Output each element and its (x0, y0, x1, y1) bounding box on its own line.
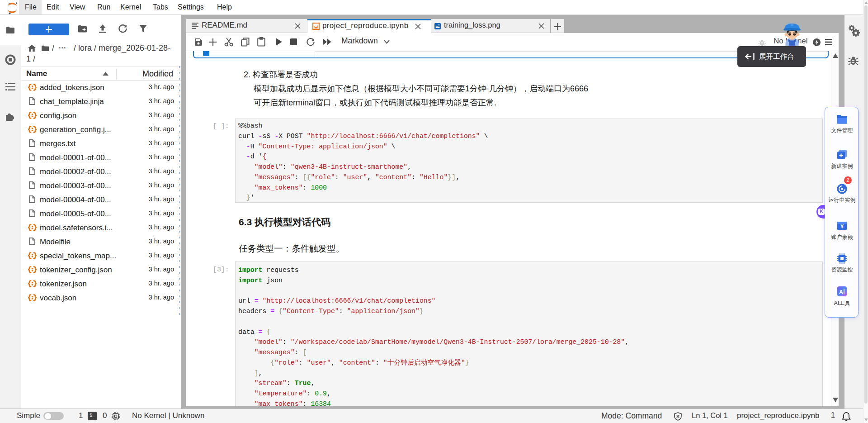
svg-text:¥: ¥ (840, 223, 844, 230)
svg-text:A: A (839, 289, 844, 295)
